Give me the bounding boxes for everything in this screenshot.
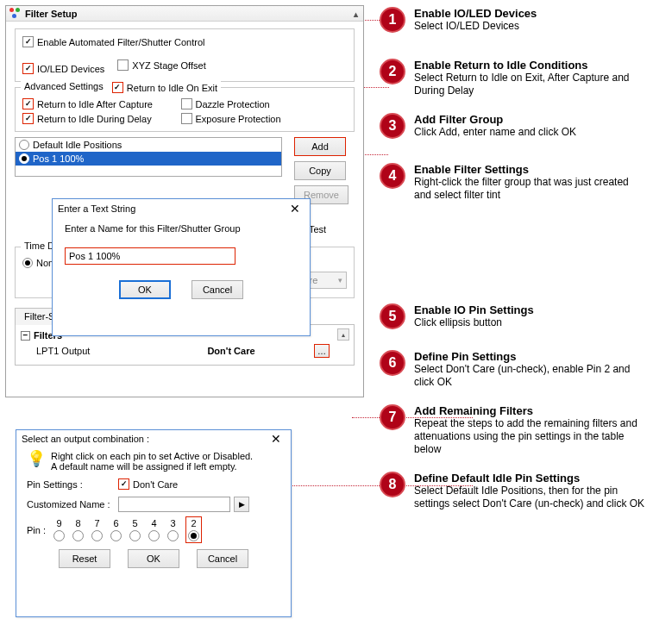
pin-7[interactable]: 7: [91, 518, 103, 541]
pin-2[interactable]: 2: [188, 518, 199, 541]
callout-5-title: Enable IO Pin Settings: [414, 303, 534, 316]
filter-setup-icon: [9, 8, 22, 20]
return-idle-capture-checkbox[interactable]: Return to Idle After Capture: [22, 98, 153, 109]
default-idle-positions-item[interactable]: Default Idle Positions: [16, 138, 281, 152]
pin-4[interactable]: 4: [148, 518, 160, 541]
callout-number-4: 4: [380, 163, 405, 189]
return-idle-exit-label: Return to Idle On Exit: [127, 83, 217, 93]
cancel-button[interactable]: Cancel: [197, 549, 248, 568]
dont-care-label: Don't Care: [133, 479, 178, 490]
time-delay-none-radio[interactable]: [22, 258, 33, 268]
enter-text-string-dialog: Enter a Text String ✕ Enter a Name for t…: [52, 198, 311, 336]
ok-button[interactable]: OK: [119, 280, 171, 299]
ok-button[interactable]: OK: [128, 549, 179, 568]
window-title: Filter Setup: [25, 9, 78, 19]
pin-6[interactable]: 6: [110, 518, 122, 541]
callout-2-title: Enable Return to Idle Conditions: [414, 59, 647, 72]
collapse-caret-icon[interactable]: ▴: [354, 9, 358, 19]
xyz-stage-offset-checkbox[interactable]: XYZ Stage Offset: [117, 59, 205, 71]
pin-4-num: 4: [151, 518, 156, 528]
callout-1-title: Enable IO/LED Devices: [414, 7, 537, 20]
pin-2-num: 2: [191, 518, 196, 528]
callout-5: 5 Enable IO Pin Settings Click ellipsis …: [380, 303, 647, 329]
callout-4-title: Enable Filter Settings: [414, 163, 647, 176]
pin-3[interactable]: 3: [167, 518, 179, 541]
scroll-up-icon[interactable]: ▴: [337, 328, 349, 341]
callout-7-title: Add Remaining Filters: [414, 404, 647, 417]
pin-7-num: 7: [94, 518, 99, 528]
callout-number-8: 8: [380, 472, 405, 497]
enable-automated-label: Enable Automated Filter/Shutter Control: [37, 37, 204, 47]
callout-number-5: 5: [380, 303, 405, 329]
customized-name-input[interactable]: [118, 497, 230, 512]
play-icon[interactable]: ▶: [234, 497, 249, 512]
test-label: Test: [309, 224, 326, 234]
customized-name-label: Customized Name :: [27, 499, 118, 510]
callout-1-desc: Select IO/LED Devices: [414, 20, 537, 33]
reset-button[interactable]: Reset: [59, 549, 110, 568]
xyz-stage-offset-label: XYZ Stage Offset: [132, 60, 205, 71]
close-icon[interactable]: ✕: [286, 202, 305, 216]
dazzle-protection-checkbox[interactable]: Dazzle Protection: [181, 98, 270, 109]
lpt1-output-label: LPT1 Output: [36, 346, 148, 356]
pin-9[interactable]: 9: [53, 518, 65, 541]
output-combination-dialog: Select an output combination : ✕ 💡 Right…: [16, 429, 292, 617]
io-led-devices-checkbox[interactable]: IO/LED Devices: [22, 63, 104, 74]
callout-6-desc: Select Don't Care (un-check), enable Pin…: [414, 363, 647, 389]
exposure-protection-checkbox[interactable]: Exposure Protection: [181, 113, 281, 124]
pin-label: Pin :: [27, 525, 46, 535]
pin-5-num: 5: [132, 518, 137, 528]
ellipsis-button[interactable]: …: [314, 344, 330, 358]
exposure-protection-label: Exposure Protection: [196, 114, 281, 124]
callout-number-2: 2: [380, 59, 405, 84]
callouts-column: 1 Enable IO/LED Devices Select IO/LED De…: [380, 5, 647, 526]
dlg2-tip-line2: A default name will be assigned if left …: [51, 461, 253, 472]
callout-2-desc: Select Return to Idle on Exit, After Cap…: [414, 72, 647, 97]
pin-8[interactable]: 8: [72, 518, 84, 541]
callout-number-1: 1: [380, 7, 405, 33]
return-idle-exit-checkbox[interactable]: Return to Idle On Exit: [112, 82, 217, 93]
callout-3: 3 Add Filter Group Click Add, enter name…: [380, 113, 647, 139]
dont-care-checkbox[interactable]: Don't Care: [118, 478, 178, 490]
filter-group-name-input[interactable]: [65, 247, 235, 265]
default-idle-positions-label: Default Idle Positions: [33, 140, 122, 150]
filter-group-list[interactable]: Default Idle Positions Pos 1 100%: [15, 137, 282, 177]
add-button[interactable]: Add: [294, 137, 346, 156]
dazzle-protection-label: Dazzle Protection: [196, 99, 270, 109]
dlg2-tip-line1: Right click on each pin to set Active or…: [51, 451, 253, 461]
enable-automated-checkbox[interactable]: Enable Automated Filter/Shutter Control: [22, 36, 204, 47]
pin-5[interactable]: 5: [129, 518, 141, 541]
copy-button[interactable]: Copy: [294, 161, 346, 180]
pin-6-num: 6: [113, 518, 118, 528]
callout-4: 4 Enable Filter Settings Right-click the…: [380, 163, 647, 202]
return-idle-delay-checkbox[interactable]: Return to Idle During Delay: [22, 113, 152, 124]
dlg2-title: Select an output combination :: [22, 434, 149, 444]
callout-6: 6 Define Pin Settings Select Don't Care …: [380, 350, 647, 389]
dlg1-title: Enter a Text String: [58, 203, 135, 214]
pin-9-num: 9: [56, 518, 61, 528]
callout-number-3: 3: [380, 113, 405, 139]
pos1-item[interactable]: Pos 1 100%: [16, 152, 281, 166]
chevron-down-icon: ▾: [338, 276, 342, 284]
lightbulb-icon: 💡: [27, 451, 46, 466]
callout-3-desc: Click Add, enter name and click OK: [414, 126, 576, 139]
return-idle-delay-label: Return to Idle During Delay: [37, 114, 152, 124]
callout-7: 7 Add Remaining Filters Repeat the steps…: [380, 404, 647, 456]
callout-2: 2 Enable Return to Idle Conditions Selec…: [380, 59, 647, 97]
callout-6-title: Define Pin Settings: [414, 350, 647, 363]
io-led-devices-label: IO/LED Devices: [37, 64, 104, 74]
collapse-icon[interactable]: −: [21, 331, 30, 341]
cancel-button[interactable]: Cancel: [192, 280, 243, 299]
callout-4-desc: Right-click the filter group that was ju…: [414, 176, 647, 202]
callout-number-6: 6: [380, 350, 405, 376]
callout-1: 1 Enable IO/LED Devices Select IO/LED De…: [380, 7, 647, 33]
pos1-label: Pos 1 100%: [33, 153, 84, 164]
callout-5-desc: Click ellipsis button: [414, 316, 534, 329]
dlg1-prompt: Enter a Name for this Filter/Shutter Gro…: [65, 223, 298, 234]
close-icon[interactable]: ✕: [267, 432, 286, 446]
callout-8-desc: Select Default Idle Positions, then for …: [414, 485, 647, 510]
titlebar: Filter Setup ▴: [6, 6, 363, 22]
callout-number-7: 7: [380, 404, 405, 430]
callout-3-title: Add Filter Group: [414, 113, 576, 126]
callout-8: 8 Define Default Idle Pin Settings Selec…: [380, 472, 647, 510]
